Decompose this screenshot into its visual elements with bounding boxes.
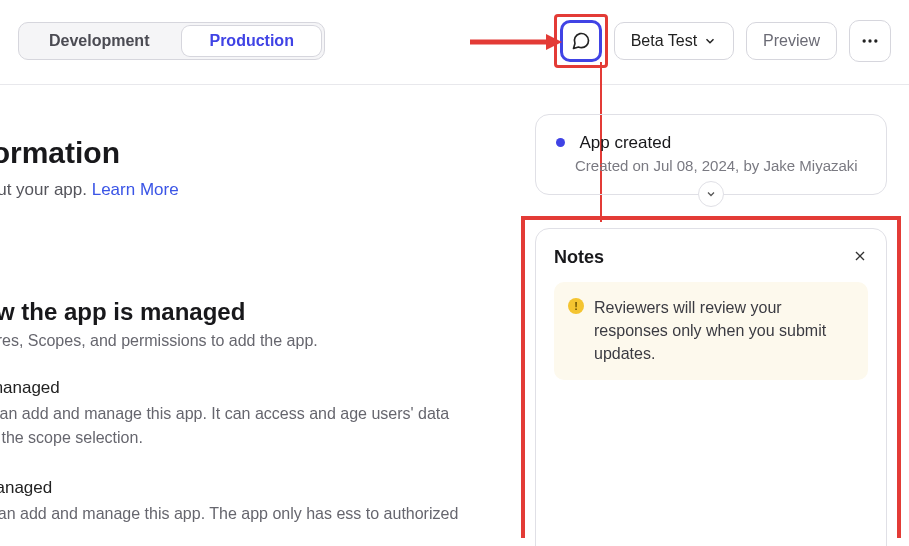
learn-more-link[interactable]: Learn More bbox=[92, 180, 179, 199]
ellipsis-icon bbox=[860, 31, 880, 51]
notes-callout: ! Reviewers will review your responses o… bbox=[554, 282, 868, 380]
notes-toggle-wrap bbox=[560, 20, 602, 62]
page-title: c Information bbox=[0, 136, 500, 170]
svg-point-1 bbox=[868, 39, 871, 42]
close-notes-button[interactable] bbox=[852, 248, 868, 268]
tab-production[interactable]: Production bbox=[182, 26, 320, 56]
top-toolbar: Development Production Beta Test Preview bbox=[0, 0, 909, 85]
option-admin-desc: ount admins can add and manage this app.… bbox=[0, 402, 500, 450]
chat-bubble-icon bbox=[571, 31, 591, 51]
notes-callout-text: Reviewers will review your responses onl… bbox=[594, 296, 852, 366]
preview-button[interactable]: Preview bbox=[746, 22, 837, 60]
svg-point-0 bbox=[863, 39, 866, 42]
section-heading: t how the app is managed bbox=[0, 298, 500, 326]
more-menu-button[interactable] bbox=[849, 20, 891, 62]
activity-title: App created bbox=[579, 133, 671, 152]
option-user-title: r-managed bbox=[0, 478, 500, 498]
activity-card: App created Created on Jul 08, 2024, by … bbox=[535, 114, 887, 195]
close-icon bbox=[852, 248, 868, 264]
expand-activity-button[interactable] bbox=[698, 181, 724, 207]
section-subtext: y affect Features, Scopes, and permissio… bbox=[0, 332, 500, 350]
status-dot-icon bbox=[556, 138, 565, 147]
chevron-down-icon bbox=[703, 34, 717, 48]
warning-icon: ! bbox=[568, 298, 584, 314]
notes-toggle-button[interactable] bbox=[560, 20, 602, 62]
activity-subtitle: Created on Jul 08, 2024, by Jake Miyazak… bbox=[575, 157, 866, 174]
page-subtitle: information about your app. Learn More bbox=[0, 180, 500, 200]
svg-point-2 bbox=[874, 39, 877, 42]
option-user-desc: vidual users can add and manage this app… bbox=[0, 502, 500, 546]
option-admin-title: in-managed bbox=[0, 378, 500, 398]
tab-development[interactable]: Development bbox=[19, 23, 179, 59]
beta-test-dropdown[interactable]: Beta Test bbox=[614, 22, 734, 60]
notes-heading: Notes bbox=[554, 247, 604, 268]
main-content: c Information information about your app… bbox=[0, 88, 520, 546]
beta-test-label: Beta Test bbox=[631, 32, 697, 50]
notes-panel: Notes ! Reviewers will review your respo… bbox=[535, 228, 887, 546]
sidebar: App created Created on Jul 08, 2024, by … bbox=[535, 114, 887, 195]
chevron-down-icon bbox=[705, 188, 717, 200]
env-segmented-control: Development Production bbox=[18, 22, 325, 60]
page-subtitle-text: information about your app. bbox=[0, 180, 92, 199]
